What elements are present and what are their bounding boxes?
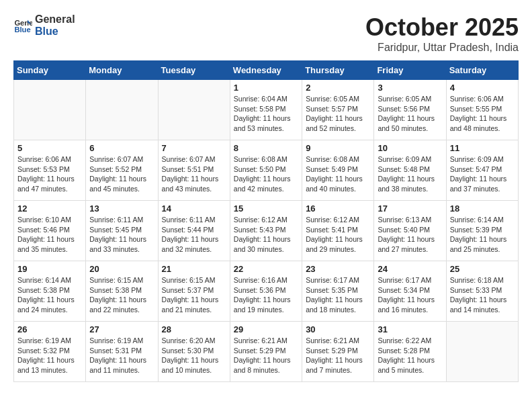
day-info: Sunrise: 6:11 AMSunset: 5:44 PMDaylight:… xyxy=(162,215,226,255)
calendar-cell: 27Sunrise: 6:19 AMSunset: 5:31 PMDayligh… xyxy=(86,322,158,382)
day-number: 31 xyxy=(378,324,442,334)
logo-blue-text: Blue xyxy=(35,26,75,38)
day-info: Sunrise: 6:21 AMSunset: 5:29 PMDaylight:… xyxy=(306,336,370,375)
calendar-cell: 14Sunrise: 6:11 AMSunset: 5:44 PMDayligh… xyxy=(158,201,230,261)
day-info: Sunrise: 6:15 AMSunset: 5:38 PMDaylight:… xyxy=(89,275,154,315)
calendar-cell xyxy=(86,80,158,140)
day-info: Sunrise: 6:05 AMSunset: 5:56 PMDaylight:… xyxy=(378,94,442,134)
week-row: 12Sunrise: 6:10 AMSunset: 5:46 PMDayligh… xyxy=(14,201,519,261)
calendar-cell: 19Sunrise: 6:14 AMSunset: 5:38 PMDayligh… xyxy=(14,261,86,322)
calendar-cell: 25Sunrise: 6:18 AMSunset: 5:33 PMDayligh… xyxy=(446,261,518,322)
day-info: Sunrise: 6:06 AMSunset: 5:55 PMDaylight:… xyxy=(450,94,515,134)
day-info: Sunrise: 6:22 AMSunset: 5:28 PMDaylight:… xyxy=(378,336,442,375)
day-number: 2 xyxy=(306,83,370,93)
calendar-cell: 21Sunrise: 6:15 AMSunset: 5:37 PMDayligh… xyxy=(158,261,230,322)
day-number: 26 xyxy=(17,324,82,334)
day-info: Sunrise: 6:15 AMSunset: 5:37 PMDaylight:… xyxy=(162,275,226,315)
header: General Blue General Blue October 2025 F… xyxy=(13,13,519,54)
week-row: 1Sunrise: 6:04 AMSunset: 5:58 PMDaylight… xyxy=(14,80,519,140)
calendar-cell: 16Sunrise: 6:12 AMSunset: 5:41 PMDayligh… xyxy=(302,201,374,261)
day-number: 12 xyxy=(17,203,82,214)
day-of-week-header: Wednesday xyxy=(230,61,302,80)
day-number: 10 xyxy=(378,143,442,153)
logo-general-text: General xyxy=(35,13,75,26)
day-number: 23 xyxy=(306,264,370,274)
calendar-table: SundayMondayTuesdayWednesdayThursdayFrid… xyxy=(13,60,519,382)
day-of-week-header: Friday xyxy=(374,61,446,80)
day-of-week-header: Saturday xyxy=(446,61,518,80)
day-number: 25 xyxy=(450,264,515,274)
day-info: Sunrise: 6:11 AMSunset: 5:45 PMDaylight:… xyxy=(89,215,154,255)
calendar-header-row: SundayMondayTuesdayWednesdayThursdayFrid… xyxy=(14,61,519,80)
day-info: Sunrise: 6:09 AMSunset: 5:47 PMDaylight:… xyxy=(450,154,515,194)
calendar-title: October 2025 xyxy=(365,13,519,42)
day-info: Sunrise: 6:07 AMSunset: 5:52 PMDaylight:… xyxy=(89,154,154,194)
calendar-cell: 10Sunrise: 6:09 AMSunset: 5:48 PMDayligh… xyxy=(374,140,446,201)
calendar-cell: 6Sunrise: 6:07 AMSunset: 5:52 PMDaylight… xyxy=(86,140,158,201)
day-info: Sunrise: 6:12 AMSunset: 5:43 PMDaylight:… xyxy=(234,215,298,255)
calendar-cell: 11Sunrise: 6:09 AMSunset: 5:47 PMDayligh… xyxy=(446,140,518,201)
calendar-cell: 28Sunrise: 6:20 AMSunset: 5:30 PMDayligh… xyxy=(158,322,230,382)
calendar-cell: 3Sunrise: 6:05 AMSunset: 5:56 PMDaylight… xyxy=(374,80,446,140)
calendar-cell: 4Sunrise: 6:06 AMSunset: 5:55 PMDaylight… xyxy=(446,80,518,140)
day-of-week-header: Tuesday xyxy=(158,61,230,80)
day-number: 3 xyxy=(378,83,442,93)
day-info: Sunrise: 6:09 AMSunset: 5:48 PMDaylight:… xyxy=(378,154,442,194)
day-number: 19 xyxy=(17,264,82,274)
day-info: Sunrise: 6:14 AMSunset: 5:38 PMDaylight:… xyxy=(17,275,82,315)
week-row: 26Sunrise: 6:19 AMSunset: 5:32 PMDayligh… xyxy=(14,322,519,382)
day-number: 18 xyxy=(450,203,515,214)
calendar-cell: 23Sunrise: 6:17 AMSunset: 5:35 PMDayligh… xyxy=(302,261,374,322)
calendar-cell: 18Sunrise: 6:14 AMSunset: 5:39 PMDayligh… xyxy=(446,201,518,261)
day-info: Sunrise: 6:17 AMSunset: 5:35 PMDaylight:… xyxy=(306,275,370,315)
logo-icon: General Blue xyxy=(13,16,32,35)
day-number: 7 xyxy=(162,143,226,153)
calendar-cell xyxy=(158,80,230,140)
calendar-cell: 12Sunrise: 6:10 AMSunset: 5:46 PMDayligh… xyxy=(14,201,86,261)
week-row: 5Sunrise: 6:06 AMSunset: 5:53 PMDaylight… xyxy=(14,140,519,201)
day-number: 24 xyxy=(378,264,442,274)
day-number: 13 xyxy=(89,203,154,214)
logo: General Blue General Blue xyxy=(13,13,75,37)
day-info: Sunrise: 6:17 AMSunset: 5:34 PMDaylight:… xyxy=(378,275,442,315)
calendar-cell: 8Sunrise: 6:08 AMSunset: 5:50 PMDaylight… xyxy=(230,140,302,201)
day-info: Sunrise: 6:19 AMSunset: 5:31 PMDaylight:… xyxy=(89,336,154,375)
day-of-week-header: Thursday xyxy=(302,61,374,80)
day-number: 11 xyxy=(450,143,515,153)
calendar-cell xyxy=(446,322,518,382)
calendar-cell: 5Sunrise: 6:06 AMSunset: 5:53 PMDaylight… xyxy=(14,140,86,201)
week-row: 19Sunrise: 6:14 AMSunset: 5:38 PMDayligh… xyxy=(14,261,519,322)
day-info: Sunrise: 6:06 AMSunset: 5:53 PMDaylight:… xyxy=(17,154,82,194)
day-number: 22 xyxy=(234,264,298,274)
day-number: 6 xyxy=(89,143,154,153)
day-info: Sunrise: 6:19 AMSunset: 5:32 PMDaylight:… xyxy=(17,336,82,375)
calendar-cell: 20Sunrise: 6:15 AMSunset: 5:38 PMDayligh… xyxy=(86,261,158,322)
calendar-cell: 24Sunrise: 6:17 AMSunset: 5:34 PMDayligh… xyxy=(374,261,446,322)
day-of-week-header: Sunday xyxy=(14,61,86,80)
day-info: Sunrise: 6:10 AMSunset: 5:46 PMDaylight:… xyxy=(17,215,82,255)
calendar-cell: 7Sunrise: 6:07 AMSunset: 5:51 PMDaylight… xyxy=(158,140,230,201)
day-of-week-header: Monday xyxy=(86,61,158,80)
day-number: 20 xyxy=(89,264,154,274)
calendar-cell: 17Sunrise: 6:13 AMSunset: 5:40 PMDayligh… xyxy=(374,201,446,261)
day-number: 14 xyxy=(162,203,226,214)
calendar-cell: 15Sunrise: 6:12 AMSunset: 5:43 PMDayligh… xyxy=(230,201,302,261)
day-info: Sunrise: 6:20 AMSunset: 5:30 PMDaylight:… xyxy=(162,336,226,375)
calendar-cell: 22Sunrise: 6:16 AMSunset: 5:36 PMDayligh… xyxy=(230,261,302,322)
calendar-cell: 31Sunrise: 6:22 AMSunset: 5:28 PMDayligh… xyxy=(374,322,446,382)
day-number: 21 xyxy=(162,264,226,274)
day-number: 17 xyxy=(378,203,442,214)
day-number: 1 xyxy=(234,83,298,93)
day-number: 9 xyxy=(306,143,370,153)
day-number: 8 xyxy=(234,143,298,153)
day-number: 4 xyxy=(450,83,515,93)
day-number: 28 xyxy=(162,324,226,334)
calendar-cell: 30Sunrise: 6:21 AMSunset: 5:29 PMDayligh… xyxy=(302,322,374,382)
calendar-cell: 9Sunrise: 6:08 AMSunset: 5:49 PMDaylight… xyxy=(302,140,374,201)
day-number: 5 xyxy=(17,143,82,153)
svg-text:Blue: Blue xyxy=(14,25,30,33)
title-area: October 2025 Faridpur, Uttar Pradesh, In… xyxy=(365,13,519,54)
day-number: 30 xyxy=(306,324,370,334)
day-info: Sunrise: 6:13 AMSunset: 5:40 PMDaylight:… xyxy=(378,215,442,255)
day-number: 29 xyxy=(234,324,298,334)
